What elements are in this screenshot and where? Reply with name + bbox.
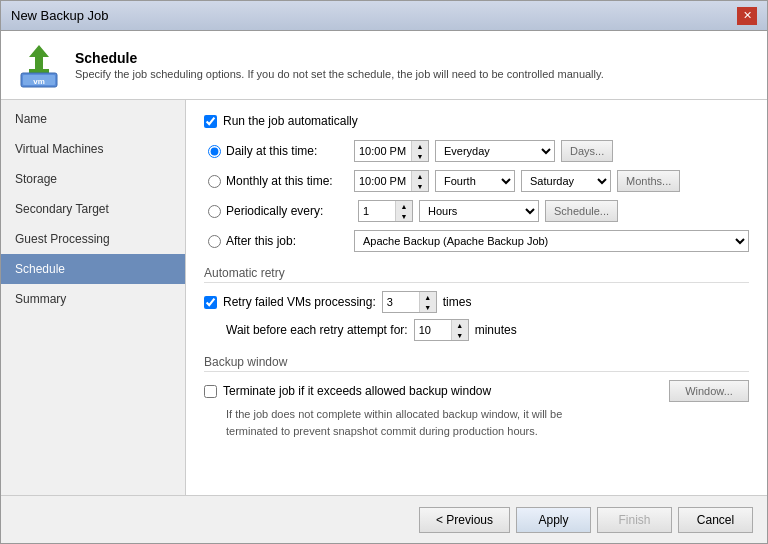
sidebar-item-guest-processing[interactable]: Guest Processing [1, 224, 185, 254]
period-down[interactable]: ▼ [396, 211, 412, 221]
wait-unit: minutes [475, 323, 517, 337]
sidebar: Name Virtual Machines Storage Secondary … [1, 100, 186, 495]
retry-value-spinner: ▲ ▼ [382, 291, 437, 313]
window-button[interactable]: Window... [669, 380, 749, 402]
after-job-select[interactable]: Apache Backup (Apache Backup Job) [354, 230, 749, 252]
dialog-title: New Backup Job [11, 8, 109, 23]
monthly-day-select[interactable]: First Second Third Fourth Last [435, 170, 515, 192]
period-value-spinner: ▲ ▼ [358, 200, 413, 222]
run-auto-row: Run the job automatically [204, 114, 749, 128]
header-title: Schedule [75, 50, 604, 66]
retry-spinners: ▲ ▼ [419, 292, 436, 312]
monthly-time-input[interactable] [355, 171, 411, 191]
monthly-dow-select[interactable]: Sunday Monday Tuesday Wednesday Thursday… [521, 170, 611, 192]
sidebar-item-summary[interactable]: Summary [1, 284, 185, 314]
title-bar: New Backup Job ✕ [1, 1, 767, 31]
sidebar-item-schedule[interactable]: Schedule [1, 254, 185, 284]
terminate-checkbox[interactable] [204, 385, 217, 398]
monthly-time-spinner: ▲ ▼ [354, 170, 429, 192]
terminate-row: Terminate job if it exceeds allowed back… [204, 380, 749, 402]
monthly-time-spinners: ▲ ▼ [411, 171, 428, 191]
schedule-vm-icon: vm [15, 41, 63, 89]
period-up[interactable]: ▲ [396, 201, 412, 211]
daily-radio[interactable] [208, 145, 221, 158]
header-description: Specify the job scheduling options. If y… [75, 68, 604, 80]
retry-value-input[interactable] [383, 292, 419, 312]
months-button[interactable]: Months... [617, 170, 680, 192]
periodically-row: Periodically every: ▲ ▼ Minutes Hours Sc… [208, 200, 749, 222]
dialog: New Backup Job ✕ vm Schedule Specify the… [0, 0, 768, 544]
daily-time-down[interactable]: ▼ [412, 151, 428, 161]
svg-marker-0 [29, 45, 49, 69]
backup-window-info: If the job does not complete within allo… [226, 406, 749, 439]
wait-label: Wait before each retry attempt for: [226, 323, 408, 337]
periodically-radio[interactable] [208, 205, 221, 218]
previous-button[interactable]: < Previous [419, 507, 510, 533]
close-button[interactable]: ✕ [737, 7, 757, 25]
svg-rect-1 [29, 69, 49, 73]
period-unit-select[interactable]: Minutes Hours [419, 200, 539, 222]
monthly-radio[interactable] [208, 175, 221, 188]
header-area: vm Schedule Specify the job scheduling o… [1, 31, 767, 100]
run-auto-label[interactable]: Run the job automatically [223, 114, 358, 128]
periodically-radio-label[interactable]: Periodically every: [208, 204, 348, 218]
cancel-button[interactable]: Cancel [678, 507, 753, 533]
wait-value-spinner: ▲ ▼ [414, 319, 469, 341]
daily-time-spinners: ▲ ▼ [411, 141, 428, 161]
wait-up[interactable]: ▲ [452, 320, 468, 330]
monthly-radio-label[interactable]: Monthly at this time: [208, 174, 348, 188]
finish-button[interactable]: Finish [597, 507, 672, 533]
wait-row: Wait before each retry attempt for: ▲ ▼ … [226, 319, 749, 341]
header-text: Schedule Specify the job scheduling opti… [75, 50, 604, 80]
after-job-row: After this job: Apache Backup (Apache Ba… [208, 230, 749, 252]
sidebar-item-name[interactable]: Name [1, 104, 185, 134]
retry-checkbox-row: Retry failed VMs processing: ▲ ▼ times [204, 291, 749, 313]
retry-unit: times [443, 295, 472, 309]
retry-label[interactable]: Retry failed VMs processing: [223, 295, 376, 309]
automatic-retry-title: Automatic retry [204, 266, 749, 283]
backup-window-title: Backup window [204, 355, 749, 372]
header-icon: vm [15, 41, 63, 89]
svg-text:vm: vm [33, 77, 45, 86]
sidebar-item-storage[interactable]: Storage [1, 164, 185, 194]
sidebar-item-virtual-machines[interactable]: Virtual Machines [1, 134, 185, 164]
content-area: Run the job automatically Daily at this … [186, 100, 767, 495]
wait-value-input[interactable] [415, 320, 451, 340]
retry-checkbox[interactable] [204, 296, 217, 309]
backup-window-section: Backup window Terminate job if it exceed… [204, 355, 749, 439]
wait-spinners: ▲ ▼ [451, 320, 468, 340]
daily-time-up[interactable]: ▲ [412, 141, 428, 151]
terminate-label[interactable]: Terminate job if it exceeds allowed back… [223, 384, 491, 398]
apply-button[interactable]: Apply [516, 507, 591, 533]
daily-time-spinner: ▲ ▼ [354, 140, 429, 162]
terminate-checkbox-row: Terminate job if it exceeds allowed back… [204, 384, 663, 398]
after-job-radio-label[interactable]: After this job: [208, 234, 348, 248]
monthly-time-down[interactable]: ▼ [412, 181, 428, 191]
automatic-retry-section: Automatic retry Retry failed VMs process… [204, 266, 749, 341]
daily-frequency-select[interactable]: Everyday Weekdays Weekends [435, 140, 555, 162]
sidebar-item-secondary-target[interactable]: Secondary Target [1, 194, 185, 224]
retry-down[interactable]: ▼ [420, 302, 436, 312]
run-auto-checkbox[interactable] [204, 115, 217, 128]
period-spinners: ▲ ▼ [395, 201, 412, 221]
daily-time-input[interactable] [355, 141, 411, 161]
daily-row: Daily at this time: ▲ ▼ Everyday Weekday… [208, 140, 749, 162]
monthly-row: Monthly at this time: ▲ ▼ First Second T… [208, 170, 749, 192]
period-value-input[interactable] [359, 201, 395, 221]
retry-up[interactable]: ▲ [420, 292, 436, 302]
body-area: Name Virtual Machines Storage Secondary … [1, 100, 767, 495]
footer: < Previous Apply Finish Cancel [1, 495, 767, 543]
daily-radio-label[interactable]: Daily at this time: [208, 144, 348, 158]
wait-down[interactable]: ▼ [452, 330, 468, 340]
after-job-radio[interactable] [208, 235, 221, 248]
monthly-time-up[interactable]: ▲ [412, 171, 428, 181]
days-button[interactable]: Days... [561, 140, 613, 162]
schedule-options: Daily at this time: ▲ ▼ Everyday Weekday… [208, 140, 749, 252]
schedule-button[interactable]: Schedule... [545, 200, 618, 222]
